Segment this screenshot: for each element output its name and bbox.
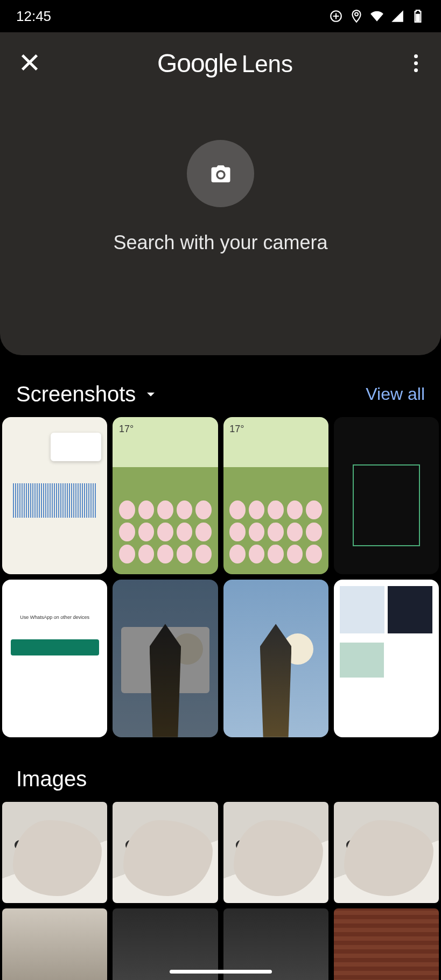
screenshot-thumb[interactable] <box>334 580 439 737</box>
camera-panel: Google Lens Search with your camera <box>0 32 441 355</box>
screenshots-section-header: Screenshots View all <box>0 355 441 417</box>
more-options-button[interactable] <box>410 50 422 76</box>
image-thumb[interactable] <box>223 802 328 903</box>
screenshot-thumb[interactable]: 17° <box>113 417 218 574</box>
brand-title: Google Lens <box>157 48 293 78</box>
camera-prompt: Search with your camera <box>113 231 327 254</box>
battery-icon <box>411 9 425 23</box>
brand-google: Google <box>157 48 237 78</box>
screenshot-thumb[interactable] <box>2 417 107 574</box>
svg-rect-0 <box>416 14 420 22</box>
wifi-icon <box>370 9 384 23</box>
screenshot-thumb[interactable] <box>334 417 439 574</box>
image-thumb[interactable] <box>334 802 439 903</box>
image-thumb[interactable] <box>2 802 107 903</box>
image-thumb[interactable] <box>334 908 439 980</box>
close-button[interactable] <box>19 52 40 75</box>
screenshots-grid: 17° 17° Use WhatsApp on other devices <box>0 417 441 737</box>
screenshot-thumb[interactable] <box>113 580 218 737</box>
images-grid <box>0 802 441 980</box>
status-time: 12:45 <box>16 8 51 25</box>
images-label: Images <box>16 767 87 791</box>
screenshot-thumb[interactable]: 17° <box>223 417 328 574</box>
source-dropdown[interactable]: Screenshots <box>16 382 158 406</box>
camera-icon <box>209 163 232 185</box>
images-title: Images <box>16 767 87 791</box>
camera-search-button[interactable] <box>187 140 254 207</box>
view-all-link[interactable]: View all <box>366 384 425 404</box>
chevron-down-icon <box>143 387 158 402</box>
image-thumb[interactable] <box>2 908 107 980</box>
images-section-header: Images <box>0 737 441 802</box>
status-icons <box>329 9 425 23</box>
signal-icon <box>390 9 404 23</box>
screenshot-thumb[interactable] <box>223 580 328 737</box>
add-circle-icon <box>329 9 343 23</box>
close-icon <box>19 52 40 73</box>
status-bar: 12:45 <box>0 0 441 32</box>
app-header: Google Lens <box>0 32 441 78</box>
location-icon <box>349 9 363 23</box>
image-thumb[interactable] <box>113 802 218 903</box>
screenshot-thumb[interactable]: Use WhatsApp on other devices <box>2 580 107 737</box>
gesture-bar[interactable] <box>170 970 272 974</box>
source-label: Screenshots <box>16 382 136 406</box>
brand-lens: Lens <box>242 51 293 77</box>
